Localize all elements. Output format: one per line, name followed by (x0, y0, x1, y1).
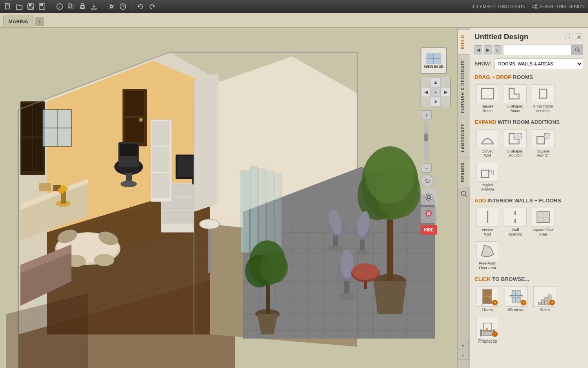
nav-back-button[interactable]: ◀ (474, 45, 482, 54)
embed-link[interactable]: EMBED THIS DESIGN (472, 4, 526, 9)
curved-wall-item[interactable]: Curved Wall (474, 128, 501, 160)
windows-browse-icon: + (505, 286, 528, 307)
settings-overlay-button[interactable] (421, 189, 437, 205)
pan-down-button[interactable]: ▼ (431, 97, 441, 107)
show-select[interactable]: ROOMS, WALLS & AREAS (494, 58, 583, 69)
svg-rect-54 (274, 173, 282, 253)
search-input[interactable] (503, 45, 572, 55)
svg-rect-159 (481, 170, 489, 177)
windows-browse-item[interactable]: + Windows (503, 285, 529, 314)
view-controls-container: VIEW IN 2D ▲ ◀ ● ▶ ▼ + (421, 47, 451, 235)
l-shaped-room-item[interactable]: L-Shaped Room (502, 83, 528, 115)
main-area: VIEW IN 2D ▲ ◀ ● ▶ ▼ + (0, 28, 588, 368)
pan-center-button[interactable]: ● (431, 87, 441, 97)
l-shaped-room-icon (504, 84, 527, 103)
pan-up-button[interactable]: ▲ (431, 77, 441, 87)
interior-header: ADD INTERIOR WALLS + FLOORS (474, 197, 583, 204)
pan-right-button[interactable]: ▶ (441, 87, 450, 97)
svg-point-20 (536, 7, 537, 9)
square-floor-item[interactable]: Square Floor Area (530, 206, 556, 238)
svg-rect-96 (152, 147, 170, 172)
rotate-button[interactable]: ↻ (421, 174, 434, 187)
nav-home-button[interactable]: ⌂ (494, 45, 501, 54)
saveas-icon[interactable]: + (38, 2, 47, 11)
view-in-2d-button[interactable]: VIEW IN 2D (421, 47, 447, 74)
redo-icon[interactable] (147, 2, 156, 11)
collapse-down-button[interactable]: » (457, 351, 469, 360)
side-tabs: BUILD FURNISH & DECORATE LANDSCAPE BRAND… (458, 28, 470, 368)
fireplaces-browse-item[interactable]: + Fireplaces (474, 316, 501, 345)
export-icon[interactable] (89, 2, 98, 11)
close-panel-icon[interactable]: ✕ (575, 33, 583, 41)
svg-rect-105 (120, 144, 138, 156)
svg-point-107 (120, 181, 137, 187)
undo-icon[interactable] (136, 2, 145, 11)
windows-label: Windows (508, 307, 525, 312)
svg-text:+: + (42, 7, 44, 9)
svg-rect-5 (40, 4, 43, 6)
svg-rect-170 (483, 297, 491, 303)
info-panel-icon[interactable]: i (565, 33, 573, 41)
new-file-icon[interactable] (3, 2, 12, 11)
side-tab-furnish[interactable]: FURNISH & DECORATE (458, 54, 470, 118)
svg-rect-137 (364, 280, 367, 289)
stairs-browse-icon: + (533, 286, 556, 307)
svg-point-19 (532, 6, 534, 7)
l-shaped-addon-label: L-Shaped Add-On (507, 149, 523, 158)
svg-rect-3 (29, 7, 32, 9)
interior-wall-item[interactable]: Interior Wall (474, 206, 501, 238)
side-tab-search[interactable] (459, 187, 469, 200)
add-tab-button[interactable]: + (35, 17, 44, 26)
svg-rect-180 (545, 297, 548, 305)
tab-marina[interactable]: MARINA (3, 16, 33, 27)
search-button[interactable] (572, 45, 583, 55)
svg-point-171 (489, 296, 491, 298)
print-icon[interactable] (78, 2, 87, 11)
nav-forward-button[interactable]: ▶ (484, 45, 492, 54)
curved-wall-icon (476, 129, 499, 148)
svg-rect-144 (427, 54, 433, 58)
svg-line-150 (465, 195, 467, 197)
canvas[interactable]: VIEW IN 2D ▲ ◀ ● ▶ ▼ + (0, 28, 457, 368)
svg-rect-2 (29, 4, 31, 6)
interior-wall-icon (476, 208, 499, 227)
help-icon[interactable]: ? (118, 2, 127, 11)
save-icon[interactable] (26, 2, 35, 11)
zoom-out-button[interactable]: − (421, 164, 432, 173)
stairs-badge: + (549, 300, 555, 305)
side-tab-landscape[interactable]: LANDSCAPE (458, 118, 470, 157)
square-room-item[interactable]: Square Room (474, 83, 501, 115)
svg-point-151 (575, 48, 579, 51)
doors-browse-item[interactable]: + Doors (474, 285, 501, 314)
side-tab-brands[interactable]: BRANDS (458, 157, 470, 187)
collapse-up-button[interactable]: « (457, 341, 469, 350)
freeform-floor-item[interactable]: Free-Form Floor Area (474, 240, 501, 272)
sep3 (131, 3, 132, 10)
zoom-thumb[interactable] (424, 133, 428, 141)
share-link[interactable]: SHARE THIS DESIGN (532, 4, 585, 9)
small-room-icon (532, 84, 555, 103)
room-scene-svg (0, 28, 457, 368)
angled-addon-item[interactable]: Angled Add-On (474, 161, 501, 193)
zoom-in-button[interactable]: + (421, 110, 432, 119)
svg-rect-53 (267, 171, 274, 253)
settings-icon[interactable] (107, 2, 116, 11)
stairs-label: Stairs (539, 307, 550, 312)
l-shaped-addon-item[interactable]: L-Shaped Add-On (502, 128, 528, 160)
svg-point-145 (427, 195, 430, 199)
svg-rect-158 (544, 133, 549, 138)
open-file-icon[interactable] (15, 2, 24, 11)
square-addon-item[interactable]: Square Add-On (530, 128, 556, 160)
pan-left-button[interactable]: ◀ (421, 87, 431, 97)
stairs-browse-item[interactable]: + Stairs (532, 285, 558, 314)
square-room-label: Square Room (481, 104, 493, 113)
square-floor-icon (532, 208, 555, 227)
info-icon[interactable]: i (55, 2, 64, 11)
square-addon-icon (532, 129, 555, 148)
small-room-item[interactable]: Small Room or Closet (530, 83, 556, 115)
wall-opening-item[interactable]: Wall Opening (502, 206, 528, 238)
hide-button[interactable]: HIDE (421, 225, 437, 235)
svg-rect-52 (258, 169, 266, 253)
side-tab-build[interactable]: BUILD (458, 29, 470, 54)
pages-icon[interactable] (67, 2, 76, 11)
